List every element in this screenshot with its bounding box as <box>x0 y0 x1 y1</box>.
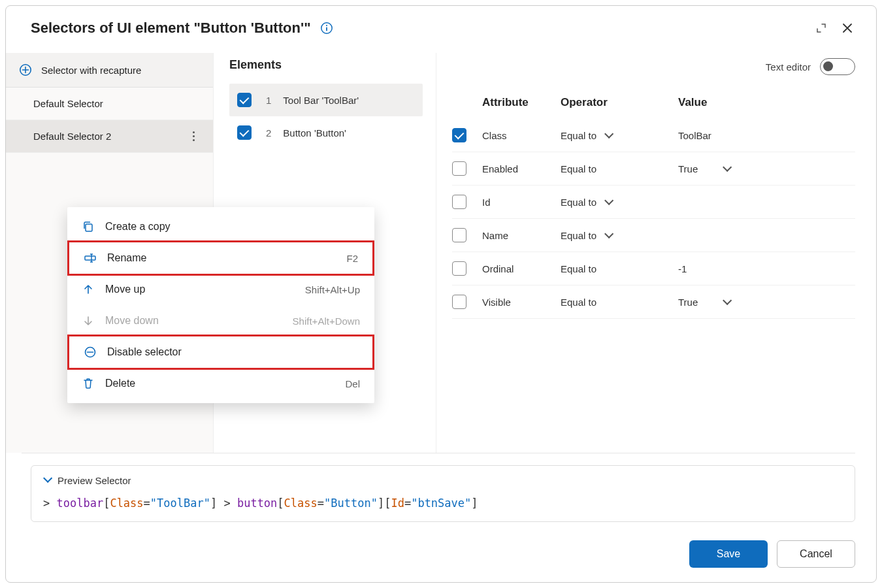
col-attribute: Attribute <box>482 96 554 109</box>
attr-operator-dropdown[interactable]: Equal to <box>561 263 672 274</box>
text-editor-toggle[interactable] <box>820 58 855 75</box>
element-checkbox[interactable] <box>237 125 252 140</box>
menu-item-disable-selector[interactable]: Disable selector <box>67 335 374 370</box>
footer: Save Cancel <box>6 529 876 582</box>
svg-rect-2 <box>326 27 327 31</box>
attr-operator-dropdown[interactable]: Equal to <box>561 230 672 241</box>
attr-name: Visible <box>482 297 554 308</box>
menu-item-label: Move up <box>105 284 305 295</box>
selector-item[interactable]: Default Selector <box>6 88 213 120</box>
attr-checkbox[interactable] <box>452 295 466 309</box>
element-label: Button 'Button' <box>283 127 346 139</box>
menu-item-rename[interactable]: RenameF2 <box>67 240 374 276</box>
chevron-down-icon <box>604 129 613 139</box>
selector-item-label: Default Selector <box>33 98 103 109</box>
chevron-down-icon <box>723 163 732 172</box>
menu-item-create-a-copy[interactable]: Create a copy <box>67 211 374 242</box>
selector-item-label: Default Selector 2 <box>33 131 111 142</box>
attr-operator-dropdown[interactable]: Equal to <box>561 297 672 308</box>
svg-rect-4 <box>86 224 92 231</box>
menu-item-delete[interactable]: DeleteDel <box>67 368 374 399</box>
attr-name: Id <box>482 197 554 208</box>
attr-operator-dropdown[interactable]: Equal to <box>561 130 672 141</box>
attr-name: Ordinal <box>482 263 554 274</box>
attr-checkbox[interactable] <box>452 195 466 209</box>
attr-name: Enabled <box>482 163 554 174</box>
menu-item-label: Create a copy <box>105 221 360 233</box>
element-index: 1 <box>266 95 271 106</box>
chevron-down-icon <box>604 196 613 205</box>
preview-toggle[interactable]: Preview Selector <box>43 475 843 486</box>
attr-checkbox[interactable] <box>452 228 466 242</box>
arrow-up-icon <box>82 283 95 296</box>
col-operator: Operator <box>561 96 672 109</box>
arrow-down-icon <box>82 314 95 327</box>
attr-row: VisibleEqual toTrue <box>452 286 855 319</box>
attr-name: Class <box>482 130 554 141</box>
copy-icon <box>82 220 95 233</box>
elements-heading: Elements <box>229 58 282 72</box>
element-row[interactable]: 1Tool Bar 'ToolBar' <box>229 84 423 116</box>
attr-operator-dropdown[interactable]: Equal to <box>561 197 672 208</box>
attr-value-cell[interactable]: True <box>678 297 855 308</box>
menu-item-move-down: Move downShift+Alt+Down <box>67 305 374 336</box>
preview-selector-panel: Preview Selector > toolbar[Class="ToolBa… <box>31 465 855 522</box>
element-label: Tool Bar 'ToolBar' <box>283 95 359 106</box>
menu-item-shortcut: Del <box>345 378 360 389</box>
attr-value-cell[interactable]: ToolBar <box>678 130 855 141</box>
attr-row: OrdinalEqual to-1 <box>452 252 855 286</box>
window-title: Selectors of UI element "Button 'Button'… <box>31 20 311 37</box>
text-editor-label: Text editor <box>766 61 811 73</box>
close-icon[interactable] <box>837 18 858 39</box>
attr-checkbox[interactable] <box>452 128 466 142</box>
disable-icon <box>84 346 97 359</box>
menu-item-shortcut: F2 <box>346 253 358 264</box>
attr-row: NameEqual to <box>452 219 855 252</box>
menu-item-label: Delete <box>105 378 345 389</box>
attr-row: IdEqual to <box>452 186 855 219</box>
add-selector-button[interactable]: Selector with recapture <box>6 53 213 88</box>
attr-row: ClassEqual toToolBar <box>452 119 855 152</box>
cancel-button[interactable]: Cancel <box>777 540 855 568</box>
menu-item-move-up[interactable]: Move upShift+Alt+Up <box>67 274 374 305</box>
chevron-down-icon <box>723 296 732 305</box>
col-value: Value <box>678 96 855 109</box>
attr-row: EnabledEqual toTrue <box>452 152 855 186</box>
svg-rect-5 <box>85 256 95 260</box>
menu-item-label: Rename <box>107 252 346 264</box>
element-row[interactable]: 2Button 'Button' <box>229 116 423 149</box>
menu-item-label: Move down <box>105 315 293 327</box>
rename-icon <box>84 252 97 265</box>
attr-value-cell[interactable]: -1 <box>678 263 855 274</box>
menu-item-shortcut: Shift+Alt+Up <box>305 284 360 295</box>
chevron-down-icon <box>604 229 613 238</box>
selector-item[interactable]: Default Selector 2 <box>6 120 213 153</box>
add-selector-label: Selector with recapture <box>41 65 141 76</box>
divider <box>22 453 855 453</box>
preview-heading: Preview Selector <box>57 475 131 486</box>
element-checkbox[interactable] <box>237 93 252 107</box>
info-icon[interactable] <box>320 22 333 35</box>
save-button[interactable]: Save <box>689 540 768 568</box>
more-icon[interactable] <box>187 131 200 141</box>
attr-name: Name <box>482 230 554 241</box>
selector-editor-window: Selectors of UI element "Button 'Button'… <box>5 5 877 583</box>
menu-item-label: Disable selector <box>107 346 358 358</box>
attr-table-header: Attribute Operator Value <box>452 87 855 119</box>
attr-checkbox[interactable] <box>452 161 466 176</box>
expand-icon[interactable] <box>811 18 832 39</box>
preview-code: > toolbar[Class="ToolBar"] > button[Clas… <box>43 497 843 510</box>
trash-icon <box>82 377 95 390</box>
element-index: 2 <box>266 127 271 139</box>
selector-context-menu: Create a copyRenameF2Move upShift+Alt+Up… <box>67 207 374 403</box>
title-bar: Selectors of UI element "Button 'Button'… <box>6 6 876 45</box>
attr-checkbox[interactable] <box>452 261 466 276</box>
attributes-pane: Text editor Attribute Operator Value Cla… <box>436 53 876 453</box>
attr-operator-dropdown[interactable]: Equal to <box>561 163 672 174</box>
body: Selector with recapture Default Selector… <box>6 45 876 453</box>
svg-point-1 <box>325 25 327 26</box>
attr-value-cell[interactable]: True <box>678 163 855 174</box>
chevron-down-icon <box>43 474 50 485</box>
menu-item-shortcut: Shift+Alt+Down <box>293 316 360 327</box>
